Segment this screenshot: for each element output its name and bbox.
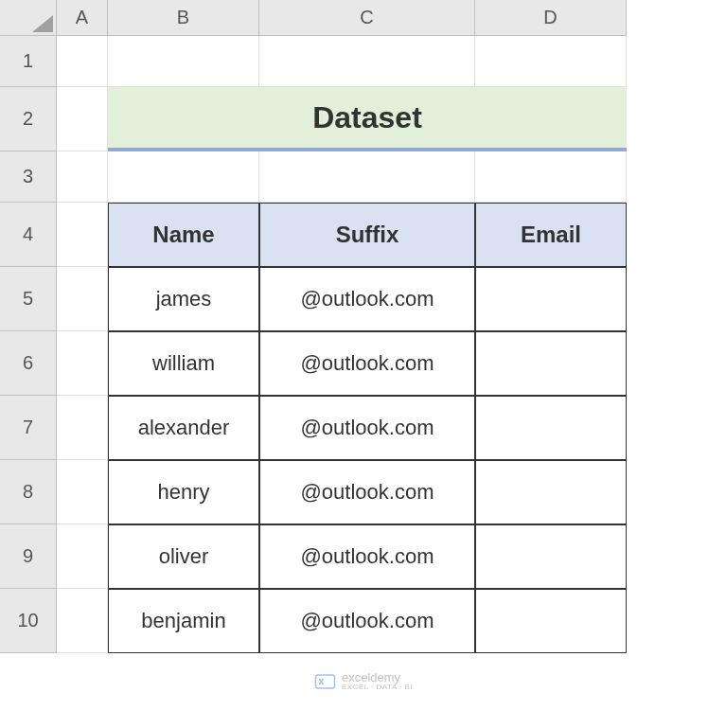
row-header-2[interactable]: 2	[0, 87, 57, 151]
cell-d3[interactable]	[475, 151, 627, 203]
table-header-suffix[interactable]: Suffix	[259, 203, 475, 267]
row-header-10[interactable]: 10	[0, 589, 57, 653]
cell-d10[interactable]	[475, 589, 627, 653]
row-header-3[interactable]: 3	[0, 151, 57, 203]
cell-c3[interactable]	[259, 151, 475, 203]
row-header-1[interactable]: 1	[0, 36, 57, 87]
cell-b8[interactable]: henry	[108, 460, 259, 524]
cell-c10[interactable]: @outlook.com	[259, 589, 475, 653]
spreadsheet-grid: A B C D 1 2 Dataset 3 4 Name Suffix Emai…	[0, 0, 726, 653]
cell-b7[interactable]: alexander	[108, 396, 259, 460]
cell-a10[interactable]	[57, 589, 108, 653]
cell-c7[interactable]: @outlook.com	[259, 396, 475, 460]
cell-c5[interactable]: @outlook.com	[259, 267, 475, 331]
table-header-email[interactable]: Email	[475, 203, 627, 267]
cell-d8[interactable]	[475, 460, 627, 524]
cell-d1[interactable]	[475, 36, 627, 87]
cell-d7[interactable]	[475, 396, 627, 460]
cell-a7[interactable]	[57, 396, 108, 460]
col-header-b[interactable]: B	[108, 0, 259, 36]
cell-b1[interactable]	[108, 36, 259, 87]
cell-b9[interactable]: oliver	[108, 524, 259, 589]
cell-c8[interactable]: @outlook.com	[259, 460, 475, 524]
row-header-4[interactable]: 4	[0, 203, 57, 267]
row-header-5[interactable]: 5	[0, 267, 57, 331]
table-header-name[interactable]: Name	[108, 203, 259, 267]
cell-b10[interactable]: benjamin	[108, 589, 259, 653]
row-header-7[interactable]: 7	[0, 396, 57, 460]
dataset-title[interactable]: Dataset	[108, 87, 627, 151]
row-header-6[interactable]: 6	[0, 331, 57, 396]
cell-a4[interactable]	[57, 203, 108, 267]
row-header-8[interactable]: 8	[0, 460, 57, 524]
cell-a8[interactable]	[57, 460, 108, 524]
svg-rect-0	[315, 675, 334, 688]
cell-c6[interactable]: @outlook.com	[259, 331, 475, 396]
cell-c1[interactable]	[259, 36, 475, 87]
cell-d6[interactable]	[475, 331, 627, 396]
watermark-brand: exceldemy	[342, 671, 413, 684]
cell-a9[interactable]	[57, 524, 108, 589]
watermark-icon	[313, 669, 336, 692]
watermark-text: exceldemy EXCEL · DATA · BI	[342, 671, 413, 691]
cell-a6[interactable]	[57, 331, 108, 396]
watermark: exceldemy EXCEL · DATA · BI	[313, 669, 413, 692]
cell-a5[interactable]	[57, 267, 108, 331]
col-header-a[interactable]: A	[57, 0, 108, 36]
cell-a3[interactable]	[57, 151, 108, 203]
cell-d9[interactable]	[475, 524, 627, 589]
cell-c9[interactable]: @outlook.com	[259, 524, 475, 589]
cell-a1[interactable]	[57, 36, 108, 87]
row-header-9[interactable]: 9	[0, 524, 57, 589]
cell-a2[interactable]	[57, 87, 108, 151]
select-all-corner[interactable]	[0, 0, 57, 36]
cell-b5[interactable]: james	[108, 267, 259, 331]
cell-b6[interactable]: william	[108, 331, 259, 396]
cell-b3[interactable]	[108, 151, 259, 203]
cell-d5[interactable]	[475, 267, 627, 331]
watermark-tagline: EXCEL · DATA · BI	[342, 684, 413, 691]
col-header-c[interactable]: C	[259, 0, 475, 36]
col-header-d[interactable]: D	[475, 0, 627, 36]
